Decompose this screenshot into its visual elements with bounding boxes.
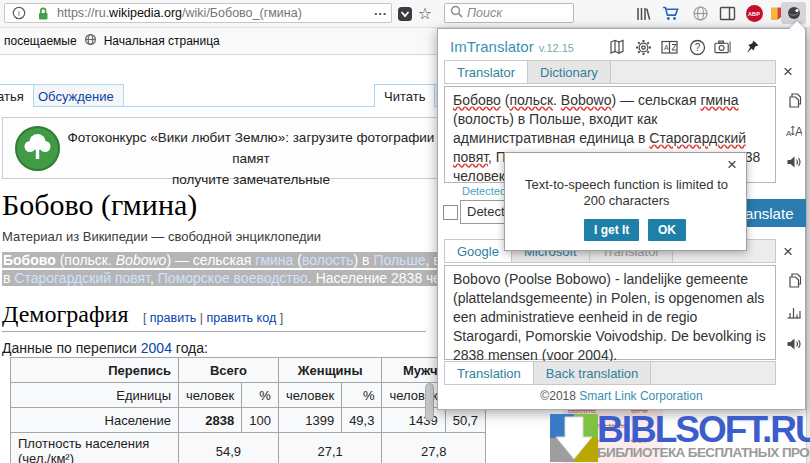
search-icon bbox=[450, 4, 463, 22]
result-mode-tabs: Translation Back translation bbox=[444, 361, 776, 385]
col-total: Всего bbox=[179, 358, 279, 383]
window-scrollbar-track[interactable] bbox=[806, 28, 810, 463]
section-title: Демография bbox=[2, 301, 128, 327]
tab-back-translation[interactable]: Back translation bbox=[534, 362, 652, 384]
close-icon[interactable]: × bbox=[783, 65, 793, 79]
section-heading: Демография [ править | править код ] bbox=[2, 301, 426, 332]
cart-icon[interactable] bbox=[661, 4, 681, 23]
banner-line1: Фотоконкурс «Вики любит Землю»: загрузит… bbox=[65, 127, 437, 169]
font-size-icon[interactable]: AA bbox=[785, 122, 803, 140]
globe-icon[interactable] bbox=[690, 4, 710, 23]
url-text[interactable]: https://ru.wikipedia.org/wiki/Бобово_(гм… bbox=[57, 6, 370, 20]
popup-footer[interactable]: ©2018 Smart Link Corporation bbox=[438, 389, 805, 403]
adblock-plus-icon[interactable]: ABP bbox=[744, 4, 764, 23]
tab-google[interactable]: Google bbox=[445, 239, 512, 262]
census-intro: Данные по переписи 2004 года: bbox=[2, 340, 208, 356]
tab-talk[interactable]: Обсуждение bbox=[28, 84, 124, 107]
tab-translation[interactable]: Translation bbox=[445, 361, 534, 384]
tab-article[interactable]: атья bbox=[0, 84, 34, 107]
demography-table: Перепись Всего Женщины Мужчины Единицы ч… bbox=[10, 357, 486, 463]
biblsoft-logo bbox=[550, 414, 598, 463]
address-bar[interactable]: i https://ru.wikipedia.org/wiki/Бобово_(… bbox=[4, 3, 392, 23]
table-row: Единицы человек % человек % человек % bbox=[11, 383, 486, 408]
stats-icon[interactable] bbox=[785, 303, 803, 321]
detect-checkbox[interactable] bbox=[443, 205, 458, 220]
page-title: Бобово (гмина) bbox=[2, 188, 197, 222]
home-globe-icon bbox=[84, 33, 97, 49]
translator-tabs: Translator Dictionary bbox=[444, 60, 776, 84]
tab-read[interactable]: Читать bbox=[374, 84, 435, 107]
translation-history-icon[interactable]: A bbox=[661, 38, 679, 56]
sidebar-icon[interactable] bbox=[717, 4, 737, 23]
popup-version: v.12.15 bbox=[539, 42, 574, 54]
section-edit-links[interactable]: [ править | править код ] bbox=[143, 311, 283, 325]
popup-anchor-arrow bbox=[789, 21, 805, 29]
popup-title: ImTranslator bbox=[450, 38, 534, 55]
search-placeholder: Поиск bbox=[467, 6, 502, 20]
tab-translator[interactable]: Translator bbox=[445, 60, 528, 83]
bookmark-frequent[interactable]: посещаемые bbox=[4, 34, 77, 48]
banner-line2: получите замечательные bbox=[65, 169, 437, 190]
svg-text:A: A bbox=[795, 125, 802, 139]
search-input[interactable]: Поиск bbox=[444, 3, 574, 23]
col-census: Перепись bbox=[11, 358, 179, 383]
screen: i https://ru.wikipedia.org/wiki/Бобово_(… bbox=[0, 0, 810, 463]
page-actions-icon[interactable]: ··· bbox=[374, 6, 387, 21]
dialog-message: Text-to-speech function is limited to 20… bbox=[515, 177, 738, 209]
pin-icon[interactable] bbox=[743, 38, 761, 56]
pocket-icon[interactable] bbox=[395, 4, 415, 23]
selected-text-line2: в Старогардский повят, Поморское воеводс… bbox=[2, 270, 437, 286]
tab-dictionary[interactable]: Dictionary bbox=[528, 61, 611, 83]
table-header-row: Перепись Всего Женщины Мужчины bbox=[11, 358, 486, 383]
table-row: Население 2838 100 1399 49,3 1439 50,7 bbox=[11, 408, 486, 433]
col-women: Женщины bbox=[278, 358, 382, 383]
map-icon[interactable] bbox=[608, 38, 626, 56]
copy-icon[interactable] bbox=[785, 91, 803, 109]
svg-text:A: A bbox=[664, 44, 669, 51]
gear-icon[interactable] bbox=[634, 38, 652, 56]
selected-text-line1: Бобово (польск. Bobowo) — сельская гмина… bbox=[2, 252, 437, 268]
page-scrollbar-thumb[interactable] bbox=[425, 383, 434, 421]
page-subtitle: Материал из Википедии — свободной энцикл… bbox=[2, 229, 321, 244]
info-icon[interactable]: i bbox=[9, 3, 29, 23]
close-icon[interactable]: × bbox=[727, 158, 737, 172]
ok-button[interactable]: OK bbox=[648, 219, 686, 241]
help-icon[interactable]: ? bbox=[688, 38, 706, 56]
wiki-loves-earth-logo bbox=[14, 125, 61, 176]
browser-toolbar: i https://ru.wikipedia.org/wiki/Бобово_(… bbox=[0, 0, 810, 28]
bookmarks-bar: посещаемые Начальная страница bbox=[0, 28, 441, 54]
detected-label: Detected bbox=[462, 185, 506, 197]
table-row: Плотность населения (чел./км²) 54,9 27,1… bbox=[11, 433, 486, 463]
divider bbox=[0, 106, 437, 107]
i-get-it-button[interactable]: I get It bbox=[584, 219, 639, 241]
svg-text:A: A bbox=[786, 129, 792, 138]
svg-text:i: i bbox=[18, 9, 20, 18]
library-icon[interactable] bbox=[633, 4, 653, 23]
divider bbox=[0, 54, 437, 55]
screenshot-icon[interactable] bbox=[714, 38, 732, 56]
watermark-subtitle: БИБЛИОТЕКА БЕСПЛАТНЫХ ПРОГРАММ bbox=[597, 445, 810, 460]
bookmark-star-icon[interactable]: ☆ bbox=[415, 4, 435, 23]
close-icon[interactable]: × bbox=[783, 245, 793, 259]
lock-icon[interactable] bbox=[33, 3, 53, 23]
result-text-area[interactable]: Bobovo (Poolse Bobowo) - landelijke geme… bbox=[444, 265, 776, 360]
speaker-icon[interactable] bbox=[785, 335, 803, 353]
copy-icon[interactable] bbox=[785, 271, 803, 289]
svg-text:?: ? bbox=[694, 42, 700, 53]
speaker-icon[interactable] bbox=[785, 153, 803, 171]
bookmark-home[interactable]: Начальная страница bbox=[104, 34, 220, 48]
wiki-banner[interactable]: Фотоконкурс «Вики любит Землю»: загрузит… bbox=[2, 117, 452, 179]
tts-limit-dialog: × Text-to-speech function is limited to … bbox=[504, 152, 747, 251]
